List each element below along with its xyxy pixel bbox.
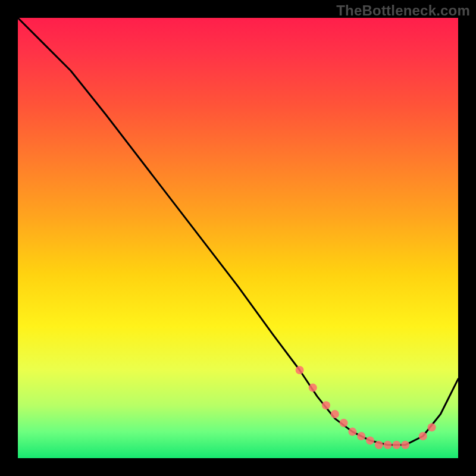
marker-dot: [375, 441, 383, 449]
plot-area: [18, 18, 458, 458]
marker-dot: [401, 441, 409, 449]
marker-dot: [348, 428, 356, 436]
marker-dot: [296, 366, 304, 374]
marker-dot: [331, 410, 339, 418]
marker-dot: [384, 441, 392, 449]
marker-dot: [322, 401, 330, 409]
bottleneck-curve: [18, 18, 458, 445]
marker-dot: [392, 441, 400, 449]
marker-dot: [357, 432, 365, 440]
chart-svg: [18, 18, 458, 458]
optimal-range-markers: [296, 366, 436, 449]
marker-dot: [366, 436, 374, 444]
marker-dot: [340, 419, 348, 427]
marker-dot: [428, 423, 436, 431]
marker-dot: [419, 432, 427, 440]
marker-dot: [309, 384, 317, 392]
chart-frame: TheBottleneck.com: [0, 0, 476, 476]
watermark-text: TheBottleneck.com: [336, 2, 470, 19]
